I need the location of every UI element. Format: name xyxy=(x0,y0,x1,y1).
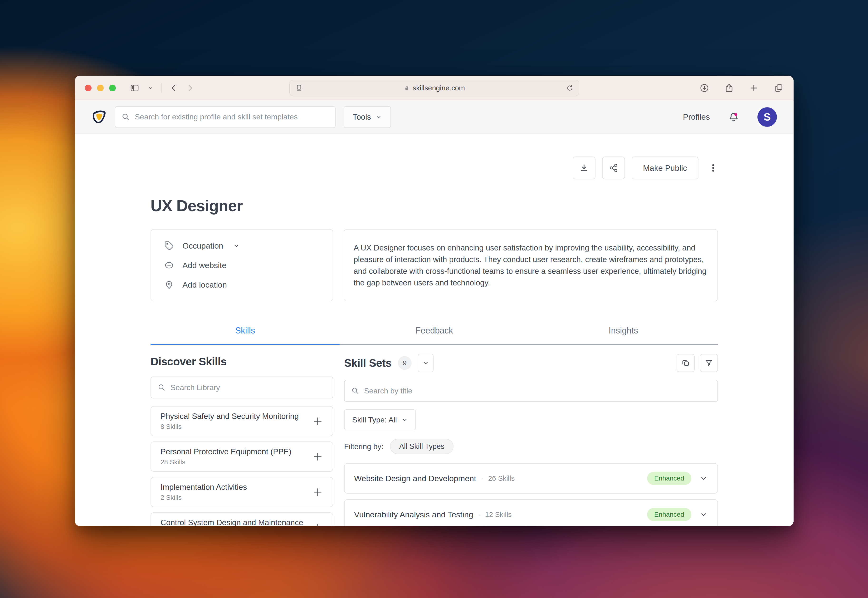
site-logo[interactable] xyxy=(91,109,107,125)
add-skill-group-icon[interactable] xyxy=(312,522,323,526)
skill-group-title: Personal Protective Equipment (PPE) xyxy=(160,447,291,456)
skill-sets-count-badge: 9 xyxy=(398,356,412,370)
list-item[interactable]: Personal Protective Equipment (PPE) 28 S… xyxy=(151,441,333,472)
occupation-selector[interactable]: Occupation xyxy=(164,241,320,250)
back-button[interactable] xyxy=(170,84,178,92)
tab-underline-active xyxy=(151,344,339,345)
page-title: UX Designer xyxy=(151,196,718,215)
discover-skills-heading: Discover Skills xyxy=(151,355,333,368)
link-icon xyxy=(164,260,174,270)
toolbar-divider xyxy=(161,83,162,93)
profile-description: A UX Designer focuses on enhancing user … xyxy=(354,242,707,289)
downloads-icon[interactable] xyxy=(699,83,710,93)
browser-toolbar: skillsengine.com xyxy=(75,76,793,100)
occupation-label: Occupation xyxy=(182,241,223,250)
add-skill-group-icon[interactable] xyxy=(312,416,323,427)
profile-tabs: Skills Feedback Insights xyxy=(151,326,718,345)
library-search-input[interactable] xyxy=(170,383,326,392)
list-item[interactable]: Control System Design and Maintenance 14… xyxy=(151,512,333,526)
location-pin-icon xyxy=(164,280,174,290)
filter-chip[interactable]: All Skill Types xyxy=(390,439,454,454)
table-row[interactable]: Vulnerability Analysis and Testing · 12 … xyxy=(344,499,718,526)
profile-description-card: A UX Designer focuses on enhancing user … xyxy=(344,229,718,301)
site-header-right: Profiles S xyxy=(683,107,777,127)
minimize-window-button[interactable] xyxy=(97,85,104,91)
global-search-input[interactable] xyxy=(135,112,329,121)
search-icon xyxy=(351,387,359,395)
chevron-down-icon[interactable] xyxy=(699,510,708,519)
skill-sets-search xyxy=(344,380,718,402)
user-avatar[interactable]: S xyxy=(757,107,777,127)
skill-set-title: Website Design and Development xyxy=(354,474,476,483)
window-controls xyxy=(85,85,116,91)
add-location-label: Add location xyxy=(182,280,227,290)
avatar-initial: S xyxy=(763,111,771,123)
status-badge: Enhanced xyxy=(647,508,691,521)
sidebar-icon[interactable] xyxy=(130,83,140,93)
address-bar[interactable]: skillsengine.com xyxy=(290,80,579,96)
add-website-action[interactable]: Add website xyxy=(164,260,320,270)
tab-insights[interactable]: Insights xyxy=(529,326,718,345)
share-profile-button[interactable] xyxy=(602,157,625,179)
profile-info-row: Occupation Add website Add location A UX… xyxy=(151,229,718,301)
chevron-down-icon xyxy=(422,359,429,366)
chevron-down-icon[interactable] xyxy=(699,474,708,483)
new-tab-icon[interactable] xyxy=(749,83,759,93)
make-public-button[interactable]: Make Public xyxy=(632,157,698,179)
skill-sets-header: Skill Sets 9 xyxy=(344,354,718,372)
profile-meta-card: Occupation Add website Add location xyxy=(151,229,333,301)
make-public-label: Make Public xyxy=(643,163,687,173)
table-row[interactable]: Website Design and Development · 26 Skil… xyxy=(344,463,718,493)
copy-button[interactable] xyxy=(677,354,695,372)
chevron-down-icon[interactable] xyxy=(148,85,153,91)
skill-group-title: Implementation Activities xyxy=(160,483,247,492)
notifications-bell-icon[interactable] xyxy=(728,111,740,123)
skill-type-dropdown[interactable]: Skill Type: All xyxy=(344,410,416,430)
skill-sets-expand-button[interactable] xyxy=(418,354,433,372)
library-search xyxy=(151,377,333,398)
skill-group-title: Control System Design and Maintenance xyxy=(160,518,303,526)
global-search xyxy=(115,106,336,128)
skill-set-count: 26 Skills xyxy=(488,474,515,482)
chevron-down-icon xyxy=(375,114,382,120)
search-icon xyxy=(158,383,166,392)
add-skill-group-icon[interactable] xyxy=(312,487,323,498)
page-content: Make Public UX Designer Occupation Add w… xyxy=(75,157,793,526)
tab-feedback[interactable]: Feedback xyxy=(339,326,529,345)
skill-group-count: 28 Skills xyxy=(160,458,291,466)
close-window-button[interactable] xyxy=(85,85,91,91)
more-options-kebab-icon[interactable] xyxy=(708,163,718,173)
browser-nav-controls xyxy=(130,83,194,93)
tools-button[interactable]: Tools xyxy=(344,106,391,128)
chevron-down-icon xyxy=(233,242,240,249)
add-skill-group-icon[interactable] xyxy=(312,451,323,462)
skill-set-count: 12 Skills xyxy=(485,510,512,519)
filter-button[interactable] xyxy=(700,354,718,372)
browser-toolbar-right xyxy=(699,83,784,93)
tag-icon xyxy=(164,241,174,250)
list-item[interactable]: Implementation Activities 2 Skills xyxy=(151,477,333,507)
tab-skills[interactable]: Skills xyxy=(151,326,339,345)
zoom-window-button[interactable] xyxy=(109,85,116,91)
list-item[interactable]: Physical Safety and Security Monitoring … xyxy=(151,406,333,436)
url-text-group: skillsengine.com xyxy=(290,84,579,92)
discover-skills-list: Physical Safety and Security Monitoring … xyxy=(151,406,333,526)
site-header: Tools Profiles S xyxy=(75,100,793,134)
browser-window: skillsengine.com xyxy=(75,76,793,526)
funnel-icon xyxy=(705,359,713,367)
skill-sets-heading: Skill Sets xyxy=(344,357,392,369)
separator-dot: · xyxy=(481,474,483,482)
tab-overview-icon[interactable] xyxy=(774,83,784,93)
skill-group-count: 8 Skills xyxy=(160,423,299,431)
share-icon[interactable] xyxy=(724,83,734,93)
download-icon xyxy=(579,163,589,173)
skill-sets-list: Website Design and Development · 26 Skil… xyxy=(344,463,718,526)
discover-skills-section: Discover Skills Physical Safety and Secu… xyxy=(151,345,333,526)
profiles-link[interactable]: Profiles xyxy=(683,112,710,121)
separator-dot: · xyxy=(478,510,480,519)
chevron-down-icon xyxy=(402,417,408,423)
download-profile-button[interactable] xyxy=(573,157,596,179)
add-location-action[interactable]: Add location xyxy=(164,280,320,290)
forward-button[interactable] xyxy=(186,84,194,92)
skill-sets-search-input[interactable] xyxy=(364,387,711,395)
